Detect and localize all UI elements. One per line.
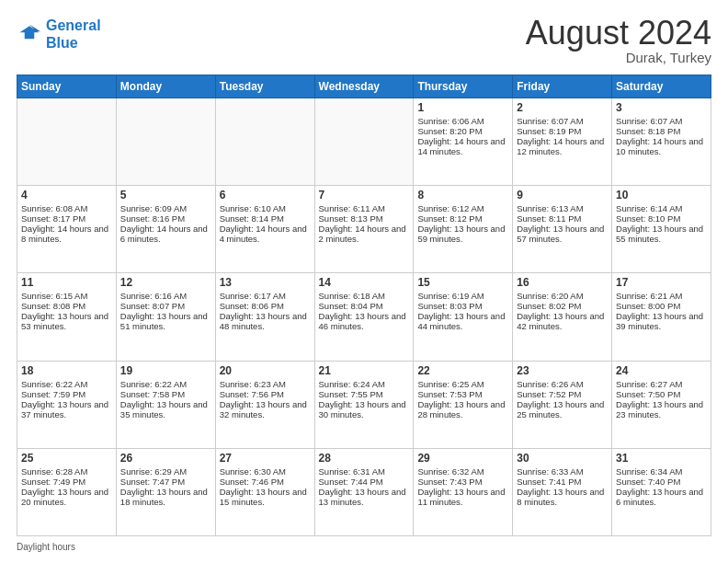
week-row-1: 1Sunrise: 6:06 AMSunset: 8:20 PMDaylight… bbox=[17, 98, 711, 186]
day-number: 23 bbox=[517, 364, 608, 377]
cell-content: Daylight: 13 hours and 53 minutes. bbox=[21, 311, 112, 331]
cell-content: Sunrise: 6:26 AM bbox=[517, 379, 608, 389]
cell-content: Daylight: 13 hours and 57 minutes. bbox=[517, 224, 608, 244]
day-number: 30 bbox=[517, 452, 608, 465]
page: General Blue August 2024 Durak, Turkey S… bbox=[0, 0, 728, 563]
day-number: 27 bbox=[220, 452, 311, 465]
calendar-cell: 20Sunrise: 6:23 AMSunset: 7:56 PMDayligh… bbox=[215, 361, 314, 448]
cell-content: Sunset: 7:58 PM bbox=[120, 389, 211, 399]
cell-content: Sunset: 8:12 PM bbox=[417, 213, 508, 224]
calendar-cell: 2Sunrise: 6:07 AMSunset: 8:19 PMDaylight… bbox=[513, 98, 612, 186]
calendar-cell: 8Sunrise: 6:12 AMSunset: 8:12 PMDaylight… bbox=[414, 186, 513, 273]
cell-content: Sunrise: 6:07 AM bbox=[517, 116, 608, 126]
calendar-cell: 19Sunrise: 6:22 AMSunset: 7:58 PMDayligh… bbox=[116, 361, 215, 448]
cell-content: Sunrise: 6:16 AM bbox=[120, 291, 211, 301]
cell-content: Sunset: 8:16 PM bbox=[120, 213, 211, 224]
cell-content: Daylight: 13 hours and 42 minutes. bbox=[517, 311, 608, 331]
logo-bird-icon bbox=[17, 21, 42, 47]
cell-content: Daylight: 14 hours and 4 minutes. bbox=[220, 224, 311, 244]
header: General Blue August 2024 Durak, Turkey bbox=[17, 17, 711, 65]
cell-content: Sunrise: 6:20 AM bbox=[517, 291, 608, 301]
cell-content: Sunset: 7:52 PM bbox=[517, 389, 608, 399]
logo: General Blue bbox=[17, 17, 101, 52]
cell-content: Sunrise: 6:22 AM bbox=[21, 379, 112, 389]
cell-content: Sunrise: 6:11 AM bbox=[319, 203, 410, 213]
cell-content: Sunrise: 6:28 AM bbox=[21, 466, 112, 477]
cell-content: Daylight: 13 hours and 28 minutes. bbox=[417, 399, 508, 419]
day-number: 4 bbox=[21, 189, 112, 201]
cell-content: Sunset: 7:40 PM bbox=[616, 477, 707, 487]
cell-content: Sunrise: 6:23 AM bbox=[220, 379, 311, 389]
day-number: 9 bbox=[517, 189, 608, 201]
cell-content: Sunrise: 6:32 AM bbox=[417, 466, 508, 477]
cell-content: Sunset: 8:11 PM bbox=[517, 213, 608, 224]
calendar-cell: 25Sunrise: 6:28 AMSunset: 7:49 PMDayligh… bbox=[17, 448, 117, 535]
day-number: 19 bbox=[120, 364, 211, 377]
calendar-cell: 10Sunrise: 6:14 AMSunset: 8:10 PMDayligh… bbox=[612, 186, 711, 273]
calendar-cell: 17Sunrise: 6:21 AMSunset: 8:00 PMDayligh… bbox=[612, 273, 711, 361]
cell-content: Sunrise: 6:18 AM bbox=[319, 291, 410, 301]
calendar-cell: 9Sunrise: 6:13 AMSunset: 8:11 PMDaylight… bbox=[513, 186, 612, 273]
cell-content: Sunset: 8:03 PM bbox=[417, 301, 508, 311]
cell-content: Daylight: 13 hours and 6 minutes. bbox=[616, 487, 707, 507]
cell-content: Sunrise: 6:07 AM bbox=[616, 116, 707, 126]
week-row-2: 4Sunrise: 6:08 AMSunset: 8:17 PMDaylight… bbox=[17, 186, 711, 273]
calendar-cell: 26Sunrise: 6:29 AMSunset: 7:47 PMDayligh… bbox=[116, 448, 215, 535]
footer: Daylight hours bbox=[17, 542, 711, 552]
cell-content: Daylight: 13 hours and 46 minutes. bbox=[319, 311, 410, 331]
cell-content: Sunset: 7:41 PM bbox=[517, 477, 608, 487]
cell-content: Sunset: 8:04 PM bbox=[319, 301, 410, 311]
cell-content: Sunset: 7:56 PM bbox=[220, 389, 311, 399]
calendar-cell: 18Sunrise: 6:22 AMSunset: 7:59 PMDayligh… bbox=[17, 361, 117, 448]
calendar-cell bbox=[17, 98, 117, 186]
cell-content: Sunset: 7:44 PM bbox=[319, 477, 410, 487]
day-number: 22 bbox=[417, 364, 508, 377]
day-number: 15 bbox=[417, 276, 508, 289]
day-number: 6 bbox=[220, 189, 311, 201]
calendar-cell: 1Sunrise: 6:06 AMSunset: 8:20 PMDaylight… bbox=[414, 98, 513, 186]
cell-content: Sunset: 7:50 PM bbox=[616, 389, 707, 399]
cell-content: Daylight: 13 hours and 13 minutes. bbox=[319, 487, 410, 507]
calendar-cell: 31Sunrise: 6:34 AMSunset: 7:40 PMDayligh… bbox=[612, 448, 711, 535]
day-header-thursday: Thursday bbox=[414, 75, 513, 98]
cell-content: Daylight: 14 hours and 8 minutes. bbox=[21, 224, 112, 244]
cell-content: Sunrise: 6:24 AM bbox=[319, 379, 410, 389]
day-number: 31 bbox=[616, 452, 707, 465]
cell-content: Daylight: 13 hours and 8 minutes. bbox=[517, 487, 608, 507]
calendar-cell: 21Sunrise: 6:24 AMSunset: 7:55 PMDayligh… bbox=[314, 361, 414, 448]
calendar-cell: 30Sunrise: 6:33 AMSunset: 7:41 PMDayligh… bbox=[513, 448, 612, 535]
cell-content: Daylight: 13 hours and 37 minutes. bbox=[21, 399, 112, 419]
cell-content: Sunrise: 6:08 AM bbox=[21, 203, 112, 213]
cell-content: Sunset: 7:49 PM bbox=[21, 477, 112, 487]
calendar-cell: 7Sunrise: 6:11 AMSunset: 8:13 PMDaylight… bbox=[314, 186, 414, 273]
day-number: 20 bbox=[220, 364, 311, 377]
cell-content: Daylight: 13 hours and 39 minutes. bbox=[616, 311, 707, 331]
calendar-cell: 29Sunrise: 6:32 AMSunset: 7:43 PMDayligh… bbox=[414, 448, 513, 535]
location: Durak, Turkey bbox=[526, 50, 711, 65]
daylight-hours-label: Daylight hours bbox=[17, 542, 75, 552]
cell-content: Sunrise: 6:29 AM bbox=[120, 466, 211, 477]
week-row-4: 18Sunrise: 6:22 AMSunset: 7:59 PMDayligh… bbox=[17, 361, 711, 448]
calendar-cell bbox=[314, 98, 414, 186]
cell-content: Daylight: 13 hours and 15 minutes. bbox=[220, 487, 311, 507]
calendar-cell: 5Sunrise: 6:09 AMSunset: 8:16 PMDaylight… bbox=[116, 186, 215, 273]
day-header-friday: Friday bbox=[513, 75, 612, 98]
day-number: 12 bbox=[120, 276, 211, 289]
cell-content: Daylight: 13 hours and 32 minutes. bbox=[220, 399, 311, 419]
cell-content: Daylight: 13 hours and 51 minutes. bbox=[120, 311, 211, 331]
calendar-header-row: SundayMondayTuesdayWednesdayThursdayFrid… bbox=[17, 75, 711, 98]
day-number: 25 bbox=[21, 452, 112, 465]
cell-content: Sunset: 7:53 PM bbox=[417, 389, 508, 399]
cell-content: Sunrise: 6:10 AM bbox=[220, 203, 311, 213]
cell-content: Sunset: 7:59 PM bbox=[21, 389, 112, 399]
cell-content: Daylight: 13 hours and 48 minutes. bbox=[220, 311, 311, 331]
cell-content: Daylight: 13 hours and 30 minutes. bbox=[319, 399, 410, 419]
title-block: August 2024 Durak, Turkey bbox=[526, 17, 711, 65]
calendar-cell: 6Sunrise: 6:10 AMSunset: 8:14 PMDaylight… bbox=[215, 186, 314, 273]
cell-content: Daylight: 13 hours and 55 minutes. bbox=[616, 224, 707, 244]
cell-content: Sunset: 8:08 PM bbox=[21, 301, 112, 311]
day-number: 8 bbox=[417, 189, 508, 201]
day-number: 28 bbox=[319, 452, 410, 465]
calendar-cell: 15Sunrise: 6:19 AMSunset: 8:03 PMDayligh… bbox=[414, 273, 513, 361]
cell-content: Sunrise: 6:25 AM bbox=[417, 379, 508, 389]
